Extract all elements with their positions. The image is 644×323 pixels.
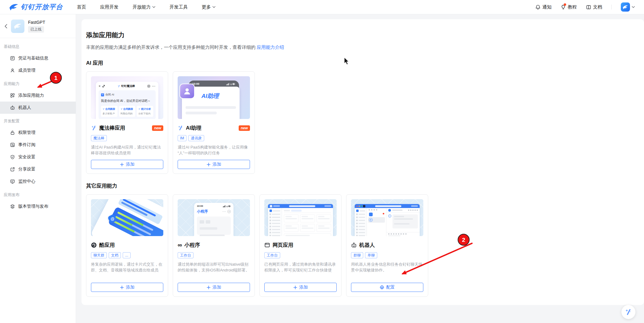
dingtalk-wing-icon (14, 23, 22, 29)
suggestion-chip: 合同跟踪 到期合同的 (119, 106, 136, 117)
docs-button[interactable]: 文档 (586, 4, 602, 10)
chevron-down-icon (212, 6, 215, 8)
mock-window: × 钉钉魔法棒 ··· 合同 AI (96, 82, 158, 119)
tag: 魔法棒 (91, 135, 107, 141)
magic-wand-icon (625, 308, 632, 316)
card-description: 已有网页应用，通过简单的免登和通讯录权限接入，即可实现钉钉工作台快捷使用。 (264, 261, 337, 274)
card-tags: 群聊 单聊 (351, 252, 423, 258)
configure-button[interactable]: 配置 (351, 283, 423, 292)
app-icon (270, 205, 272, 207)
other-cards-row: ‹ (86, 194, 637, 297)
magic-wand-icon (118, 85, 120, 88)
placeholder-bar (272, 235, 280, 236)
placeholder-bar (272, 226, 280, 227)
floating-magic-wand-button[interactable] (621, 305, 635, 319)
mock-message: 我是你的合同 AI，尝试开启对话吧～ (101, 99, 153, 103)
sidebar-item-version-release[interactable]: 版本管理与发布 (0, 200, 76, 213)
robot-icon (351, 242, 357, 248)
mock-chat-header (386, 208, 420, 213)
placeholder-bar (272, 232, 280, 233)
back-button[interactable] (2, 23, 9, 30)
sidebar-item-security[interactable]: 安全设置 (0, 151, 76, 163)
sidebar-section-basic-info: 基础信息 (0, 41, 76, 52)
add-button[interactable]: 添加 (91, 283, 163, 292)
sidebar-item-monitor-center[interactable]: 监控中心 (0, 175, 76, 188)
tag: 工作台 (178, 252, 194, 258)
placeholder-dot (356, 217, 358, 218)
message-card (393, 214, 418, 228)
book-icon (586, 5, 591, 10)
add-button[interactable]: 添加 (178, 283, 250, 292)
avatar (369, 213, 373, 216)
card-tags: 魔法棒 (91, 135, 163, 141)
tag: 聊天群 (91, 252, 107, 258)
placeholder-dot (270, 226, 271, 227)
card-tags: 聊天群 文档 ... (91, 252, 163, 258)
brand-logo[interactable]: 钉钉开放平台 (9, 2, 63, 12)
placeholder-dot (270, 232, 271, 233)
magic-wand-icon (103, 108, 105, 110)
mock-input-toolbar (386, 232, 420, 236)
close-circle-icon: × (227, 210, 231, 213)
add-button[interactable]: 添加 (264, 283, 337, 292)
toolbar-dot (403, 233, 404, 235)
toolbar-dot (398, 233, 399, 235)
user-avatar-menu[interactable] (621, 2, 635, 12)
progress-track (113, 220, 149, 236)
placeholder-bar (359, 235, 365, 236)
placeholder-bar (324, 205, 331, 207)
toolbar-dot (410, 210, 411, 211)
notifications-button[interactable]: 通知 (535, 4, 552, 10)
chevron-down-icon (152, 6, 155, 8)
monitor-icon (10, 179, 15, 184)
nav-item-home[interactable]: 首页 (77, 4, 86, 10)
doc-icon (101, 93, 104, 96)
plus-icon (293, 285, 297, 289)
sidebar-item-permissions[interactable]: 权限管理 (0, 127, 76, 139)
mock-titlebar (268, 204, 333, 208)
card-tags: 工作台 (178, 252, 250, 258)
avatar (356, 210, 359, 212)
add-button[interactable]: 添加 (91, 160, 163, 169)
app-avatar (11, 20, 24, 33)
placeholder-bar (273, 205, 280, 207)
placeholder-card (284, 233, 331, 236)
nav-item-dev-tools[interactable]: 开发工具 (169, 4, 188, 10)
placeholder-bar (200, 227, 217, 230)
nav-item-more[interactable]: 更多 (202, 4, 215, 10)
robot-avatar (388, 214, 391, 217)
sidebar-item-credentials[interactable]: 凭证与基础信息 (0, 52, 76, 64)
mock-desktop-window (355, 204, 420, 236)
mock-content (197, 217, 231, 235)
capability-intro-link[interactable]: 应用能力介绍 (257, 45, 284, 50)
page-description: 丰富的应用能力满足多样的开发诉求，一个应用支持多种能力同时开发，查看详细的应用能… (86, 45, 637, 50)
sidebar-item-share-settings[interactable]: 分享设置 (0, 163, 76, 175)
mock-agent-chip: 合同 AI (101, 93, 153, 97)
placeholder-card (284, 214, 298, 222)
top-navbar: 钉钉开放平台 首页 应用开发 开放能力 开发工具 更多 通知 教程 文档 (0, 0, 644, 14)
sidebar-menu: 基础信息 凭证与基础信息 成员管理 应用能力 添加应用能力 机器人 开发配置 权… (0, 38, 76, 213)
dingtalk-logo-icon (9, 3, 18, 11)
sidebar-item-add-capability[interactable]: 添加应用能力 (0, 89, 76, 102)
placeholder-dot (356, 235, 358, 236)
nav-item-app-dev[interactable]: 应用开发 (100, 4, 118, 10)
add-button[interactable]: 添加 (178, 160, 250, 169)
credential-icon (10, 56, 15, 61)
primary-nav: 首页 应用开发 开放能力 开发工具 更多 (77, 4, 215, 10)
permission-icon (10, 130, 15, 135)
placeholder-bar (359, 232, 365, 233)
sidebar-item-members[interactable]: 成员管理 (0, 64, 76, 77)
more-icon: ··· (152, 85, 156, 88)
sidebar-item-robot[interactable]: 机器人 (0, 102, 76, 114)
placeholder-bar (186, 112, 217, 114)
placeholder-bar (359, 214, 365, 215)
placeholder-card (317, 214, 331, 222)
mock-chat-pane (386, 208, 420, 236)
tutorial-button[interactable]: 教程 (561, 4, 577, 10)
event-icon (10, 142, 15, 147)
ai-cards-row: × 钉钉魔法棒 ··· 合同 AI (86, 71, 637, 174)
nav-item-open-capability[interactable]: 开放能力 (132, 4, 155, 10)
card-title: 魔法棒应用 (99, 124, 125, 131)
mock-workbench (282, 208, 333, 236)
sidebar-item-event-subscription[interactable]: 事件订阅 (0, 139, 76, 151)
